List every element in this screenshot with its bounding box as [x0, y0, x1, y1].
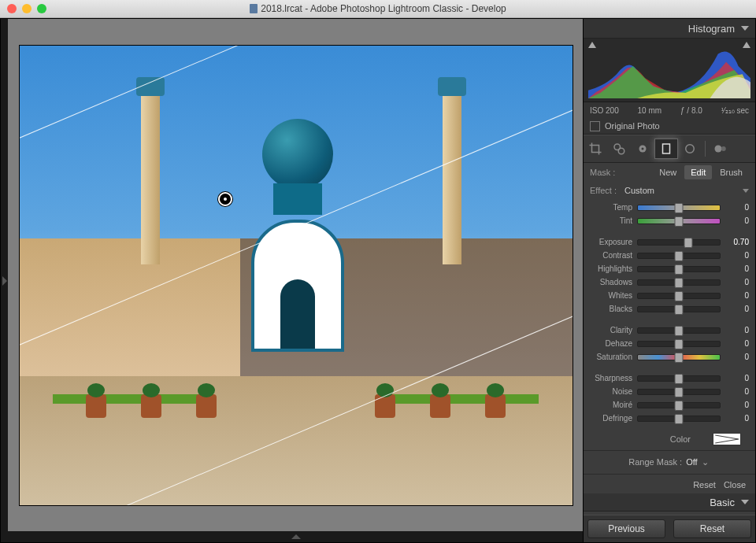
slider-track[interactable]: [637, 306, 721, 312]
exif-focal: 10 mm: [638, 106, 662, 115]
slider-moire: Moiré0: [584, 398, 749, 412]
slider-knob[interactable]: [675, 414, 684, 424]
window-close-button[interactable]: [7, 4, 17, 13]
slider-value[interactable]: 0: [725, 291, 749, 300]
slider-label: Noise: [584, 387, 632, 396]
titlebar: 2018.lrcat - Adobe Photoshop Lightroom C…: [0, 0, 756, 18]
slider-value[interactable]: 0: [725, 374, 749, 382]
slider-value[interactable]: 0: [725, 203, 749, 212]
slider-value[interactable]: 0: [725, 305, 749, 313]
slider-value[interactable]: 0: [725, 264, 749, 273]
slider-label: Dehaze: [584, 339, 632, 348]
slider-track[interactable]: [637, 416, 721, 422]
slider-value[interactable]: 0: [725, 414, 749, 423]
slider-track[interactable]: [637, 205, 721, 211]
effect-sliders: Temp0Tint0Exposure0.70Contrast0Highlight…: [584, 199, 755, 430]
slider-value[interactable]: 0: [725, 339, 749, 348]
mask-edit[interactable]: Edit: [684, 165, 712, 179]
original-photo-label: Original Photo: [605, 121, 660, 131]
slider-value[interactable]: 0: [725, 251, 749, 260]
chevron-down-icon: [741, 26, 749, 31]
filter-reset[interactable]: Reset: [693, 480, 716, 489]
expand-up-icon: [291, 534, 301, 539]
redeye-tool[interactable]: [631, 139, 654, 159]
slider-knob[interactable]: [675, 374, 684, 384]
left-panel-collapsed[interactable]: [1, 19, 8, 542]
slider-value[interactable]: 0.70: [725, 238, 749, 246]
window-title: 2018.lrcat - Adobe Photoshop Lightroom C…: [261, 3, 506, 14]
slider-label: Temp: [584, 203, 632, 212]
slider-track[interactable]: [637, 266, 721, 272]
reset-button[interactable]: Reset: [673, 519, 751, 538]
color-swatch[interactable]: [713, 433, 741, 445]
slider-label: Sharpness: [584, 374, 632, 382]
preview-image[interactable]: [19, 45, 573, 506]
slider-defringe: Defringe0: [584, 412, 749, 425]
slider-tint: Tint0: [584, 214, 749, 227]
slider-knob[interactable]: [675, 353, 684, 363]
slider-knob[interactable]: [675, 401, 684, 411]
slider-dehaze: Dehaze0: [584, 337, 749, 350]
svg-rect-4: [663, 144, 670, 153]
crop-tool[interactable]: [584, 139, 607, 159]
slider-value[interactable]: 0: [725, 353, 749, 361]
radial-filter-tool[interactable]: [678, 139, 702, 159]
slider-track[interactable]: [637, 293, 721, 299]
slider-knob[interactable]: [675, 203, 684, 213]
slider-value[interactable]: 0: [725, 401, 749, 409]
range-mask-label: Range Mask :: [628, 457, 682, 467]
slider-knob[interactable]: [675, 387, 684, 397]
previous-button[interactable]: Previous: [587, 519, 665, 538]
slider-label: Contrast: [584, 251, 632, 260]
svg-point-3: [642, 148, 644, 150]
slider-track[interactable]: [637, 218, 721, 224]
slider-knob[interactable]: [675, 326, 684, 336]
exif-aperture: ƒ / 8.0: [680, 106, 702, 115]
slider-knob[interactable]: [684, 238, 693, 248]
range-mask-row[interactable]: Range Mask : Off ⌄: [584, 452, 755, 472]
slider-label: Moiré: [584, 401, 632, 409]
spot-removal-tool[interactable]: [607, 139, 631, 159]
checkbox-icon[interactable]: [590, 121, 600, 131]
histogram-header[interactable]: Histogram: [584, 19, 755, 39]
slider-knob[interactable]: [675, 216, 684, 227]
mask-new[interactable]: New: [653, 165, 683, 179]
filmstrip-collapsed[interactable]: [8, 531, 584, 542]
original-photo-row[interactable]: Original Photo: [584, 118, 755, 135]
slider-value[interactable]: 0: [725, 278, 749, 286]
graduated-filter-tool[interactable]: [654, 139, 678, 159]
slider-track[interactable]: [637, 341, 721, 347]
slider-track[interactable]: [637, 253, 721, 259]
effect-disclosure-icon[interactable]: [743, 189, 749, 193]
slider-track[interactable]: [637, 239, 721, 246]
adjustment-brush-tool[interactable]: [709, 139, 732, 159]
slider-label: Exposure: [584, 238, 632, 246]
slider-value[interactable]: 0: [725, 326, 749, 334]
slider-track[interactable]: [637, 327, 721, 334]
slider-knob[interactable]: [675, 291, 684, 301]
slider-knob[interactable]: [675, 305, 684, 315]
slider-value[interactable]: 0: [725, 216, 749, 225]
slider-track[interactable]: [637, 354, 721, 360]
slider-label: Clarity: [584, 326, 632, 334]
filter-close[interactable]: Close: [724, 480, 746, 489]
slider-knob[interactable]: [675, 264, 684, 275]
slider-label: Shadows: [584, 278, 632, 286]
slider-knob[interactable]: [675, 251, 684, 261]
document-icon: [250, 4, 258, 13]
slider-track[interactable]: [637, 279, 721, 286]
slider-highlights: Highlights0: [584, 262, 749, 275]
window-minimize-button[interactable]: [22, 4, 32, 13]
slider-label: Whites: [584, 291, 632, 300]
basic-header[interactable]: Basic: [584, 493, 755, 512]
slider-track[interactable]: [637, 375, 721, 382]
slider-knob[interactable]: [675, 339, 684, 349]
histogram-graph[interactable]: [584, 39, 755, 102]
slider-knob[interactable]: [675, 278, 684, 288]
slider-track[interactable]: [637, 389, 721, 395]
window-zoom-button[interactable]: [37, 4, 46, 13]
effect-preset[interactable]: Custom: [624, 186, 654, 195]
mask-brush[interactable]: Brush: [713, 165, 749, 179]
slider-value[interactable]: 0: [725, 387, 749, 396]
slider-track[interactable]: [637, 402, 721, 408]
